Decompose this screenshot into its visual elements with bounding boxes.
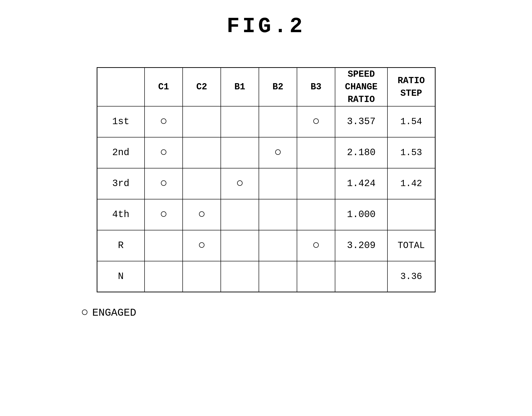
row-c2	[183, 168, 221, 199]
table-row: 3rd○○1.4241.42	[97, 168, 435, 199]
row-label: R	[97, 230, 144, 261]
row-speed-change-ratio: 1.000	[335, 199, 388, 230]
row-ratio-step: 1.53	[388, 137, 435, 168]
row-c2: ○	[183, 230, 221, 261]
header-ratio-step: RATIOSTEP	[388, 68, 435, 106]
row-b2	[259, 230, 297, 261]
row-c1: ○	[144, 199, 183, 230]
row-b3	[297, 261, 335, 292]
header-speed-change-ratio: SPEEDCHANGERATIO	[335, 68, 388, 106]
row-c1: ○	[144, 137, 183, 168]
row-speed-change-ratio: 1.424	[335, 168, 388, 199]
row-b2	[259, 106, 297, 137]
table-row: R○○3.209TOTAL	[97, 230, 435, 261]
row-label: 2nd	[97, 137, 144, 168]
row-ratio-step: 1.42	[388, 168, 435, 199]
header-b3: B3	[297, 68, 335, 106]
header-b1: B1	[221, 68, 259, 106]
row-c1	[144, 230, 183, 261]
header-c2: C2	[183, 68, 221, 106]
row-c1: ○	[144, 168, 183, 199]
row-b3	[297, 137, 335, 168]
row-b2	[259, 199, 297, 230]
row-b1	[221, 261, 259, 292]
row-label: 1st	[97, 106, 144, 137]
row-b1: ○	[221, 168, 259, 199]
row-speed-change-ratio: 2.180	[335, 137, 388, 168]
row-b1	[221, 137, 259, 168]
page-title: FIG.2	[227, 14, 305, 39]
row-label: N	[97, 261, 144, 292]
row-c1: ○	[144, 106, 183, 137]
table-row: N3.36	[97, 261, 435, 292]
row-c1	[144, 261, 183, 292]
row-b3: ○	[297, 106, 335, 137]
header-b2: B2	[259, 68, 297, 106]
row-b1	[221, 230, 259, 261]
legend-text: ENGAGED	[92, 307, 136, 319]
row-c2: ○	[183, 199, 221, 230]
row-b1	[221, 199, 259, 230]
row-c2	[183, 137, 221, 168]
row-b3	[297, 168, 335, 199]
row-label: 3rd	[97, 168, 144, 199]
table-row: 2nd○○2.1801.53	[97, 137, 435, 168]
row-speed-change-ratio	[335, 261, 388, 292]
row-b1	[221, 106, 259, 137]
header-label	[97, 68, 144, 106]
row-ratio-step: 1.54	[388, 106, 435, 137]
legend-circle: ○	[81, 307, 88, 319]
row-b3: ○	[297, 230, 335, 261]
row-b2	[259, 261, 297, 292]
legend: ○ ENGAGED	[81, 307, 136, 319]
row-b2: ○	[259, 137, 297, 168]
row-speed-change-ratio: 3.357	[335, 106, 388, 137]
row-ratio-step: 3.36	[388, 261, 435, 292]
header-c1: C1	[144, 68, 183, 106]
row-b2	[259, 168, 297, 199]
table-row: 1st○○3.3571.54	[97, 106, 435, 137]
row-ratio-step: TOTAL	[388, 230, 435, 261]
row-b3	[297, 199, 335, 230]
row-c2	[183, 106, 221, 137]
row-c2	[183, 261, 221, 292]
row-ratio-step	[388, 199, 435, 230]
table-row: 4th○○1.000	[97, 199, 435, 230]
data-table: C1 C2 B1 B2 B3 SPEEDCHANGERATIO RATIOSTE…	[97, 67, 436, 292]
row-speed-change-ratio: 3.209	[335, 230, 388, 261]
row-label: 4th	[97, 199, 144, 230]
